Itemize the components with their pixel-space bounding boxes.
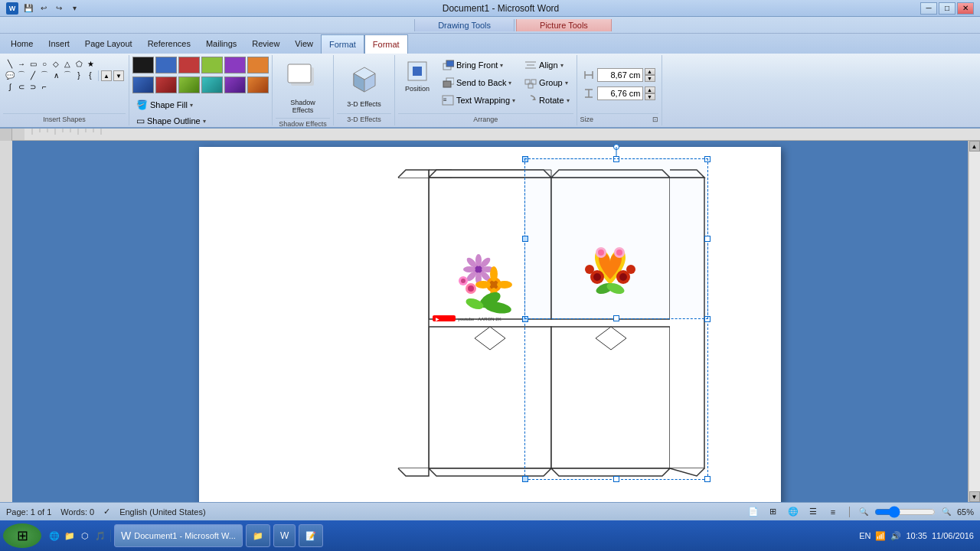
style-black[interactable] xyxy=(132,57,154,73)
outline-btn[interactable]: ☰ xyxy=(806,506,820,518)
tab-home[interactable]: Home xyxy=(3,34,41,54)
shape-diamond[interactable]: ◇ xyxy=(51,58,61,69)
svg-marker-19 xyxy=(532,97,535,100)
file-manager-taskbar-item[interactable]: 📁 xyxy=(246,524,270,547)
tab-page-layout[interactable]: Page Layout xyxy=(77,34,140,54)
style-green2[interactable] xyxy=(178,77,200,93)
shape-misc6[interactable]: } xyxy=(74,70,84,80)
shape-star[interactable]: ★ xyxy=(85,58,96,69)
print-layout-btn[interactable]: 📄 xyxy=(746,506,760,518)
close-btn[interactable]: ✕ xyxy=(957,2,974,15)
save-btn[interactable]: 💾 xyxy=(21,2,35,15)
undo-btn[interactable]: ↩ xyxy=(37,2,51,15)
scroll-down[interactable]: ▼ xyxy=(969,491,980,502)
style-orange[interactable] xyxy=(247,57,269,73)
tab-mailings[interactable]: Mailings xyxy=(198,34,244,54)
folder-icon[interactable]: 📁 xyxy=(63,530,77,542)
shape-rect[interactable]: ▭ xyxy=(28,58,38,69)
shape-outline-btn[interactable]: ▭ Shape Outline ▾ xyxy=(132,113,269,129)
handle-top-right[interactable] xyxy=(704,156,710,162)
minimize-btn[interactable]: ─ xyxy=(920,2,937,15)
shape-fill-btn[interactable]: 🪣 Shape Fill ▾ xyxy=(132,97,269,112)
size-expand[interactable]: ⊡ xyxy=(652,116,658,123)
style-green[interactable] xyxy=(201,57,223,73)
shadow-effects-btn[interactable]: Shadow Effects xyxy=(280,57,326,116)
handle-rotate[interactable] xyxy=(613,144,619,150)
web-layout-btn[interactable]: 🌐 xyxy=(786,506,800,518)
tab-format-drawing[interactable]: Format xyxy=(321,34,364,54)
zoom-slider[interactable] xyxy=(874,509,936,515)
svg-point-72 xyxy=(619,273,627,281)
width-spin-up[interactable]: ▲ xyxy=(645,68,655,75)
media-icon[interactable]: 🎵 xyxy=(93,530,107,542)
notepad-taskbar-item[interactable]: 📝 xyxy=(299,524,323,547)
style-blue[interactable] xyxy=(155,57,177,73)
tab-insert[interactable]: Insert xyxy=(41,34,77,54)
redo-btn[interactable]: ↪ xyxy=(52,2,66,15)
shape-callout[interactable]: 💬 xyxy=(5,70,15,80)
height-spin-up[interactable]: ▲ xyxy=(645,86,655,93)
shape-pentagon[interactable]: ⬠ xyxy=(74,58,84,69)
svg-point-63 xyxy=(468,285,474,292)
handle-top[interactable] xyxy=(613,156,619,162)
word-taskbar-item[interactable]: W Document1 - Microsoft W... xyxy=(114,524,243,547)
tab-format-picture[interactable]: Format xyxy=(364,34,408,54)
tab-references[interactable]: References xyxy=(140,34,198,54)
word-document[interactable]: ▶ youtube - AARON 2K xyxy=(199,147,781,502)
bluetooth-icon[interactable]: ⬡ xyxy=(78,530,92,542)
style-red2[interactable] xyxy=(155,77,177,93)
taskbar: ⊞ 🌐 📁 ⬡ 🎵 W Document1 - Microsoft W... 📁… xyxy=(0,520,980,551)
shape-triangle[interactable]: △ xyxy=(62,58,73,69)
spell-check-icon[interactable]: ✓ xyxy=(103,507,110,517)
shape-arrow[interactable]: → xyxy=(16,58,27,69)
tab-review[interactable]: Review xyxy=(244,34,287,54)
style-purple2[interactable] xyxy=(224,77,246,93)
shape-line[interactable]: ╲ xyxy=(5,58,15,69)
width-spin-down[interactable]: ▼ xyxy=(645,75,655,82)
shape-misc3[interactable]: ⌒ xyxy=(39,70,50,80)
shape-misc7[interactable]: { xyxy=(85,70,96,80)
style-red[interactable] xyxy=(178,57,200,73)
svg-point-58 xyxy=(490,266,498,282)
shape-oval[interactable]: ○ xyxy=(39,58,50,69)
shape-more-up[interactable]: ▲ xyxy=(101,70,112,81)
shape-misc8[interactable]: ∫ xyxy=(5,81,15,92)
scrollbar-right[interactable]: ▲ ▼ xyxy=(968,141,980,502)
zoom-in-icon[interactable]: 🔍 xyxy=(942,507,951,516)
style-orange2[interactable] xyxy=(247,77,269,93)
bring-front-btn[interactable]: Bring Front ▾ xyxy=(438,57,519,73)
draft-btn[interactable]: ≡ xyxy=(826,506,840,518)
style-blue2[interactable] xyxy=(132,77,154,93)
align-btn[interactable]: Align ▾ xyxy=(521,57,573,73)
shape-more-down[interactable]: ▼ xyxy=(113,70,124,81)
full-screen-btn[interactable]: ⊞ xyxy=(766,506,780,518)
rotate-btn[interactable]: Rotate ▾ xyxy=(521,92,573,109)
send-to-back-btn[interactable]: Send to Back ▾ xyxy=(438,74,519,91)
handle-top-left[interactable] xyxy=(522,156,528,162)
quick-access-toolbar: 💾 ↩ ↪ ▾ xyxy=(21,2,81,15)
zoom-out-icon[interactable]: 🔍 xyxy=(859,507,868,516)
word2-taskbar-item[interactable]: W xyxy=(273,524,296,547)
shape-misc5[interactable]: ⌒ xyxy=(62,70,73,80)
shape-misc1[interactable]: ⌒ xyxy=(16,70,27,80)
height-input[interactable] xyxy=(597,86,643,100)
shape-misc9[interactable]: ⊂ xyxy=(16,81,27,92)
threed-effects-btn[interactable]: 3-D Effects xyxy=(341,58,387,110)
start-button[interactable]: ⊞ xyxy=(3,523,41,548)
maximize-btn[interactable]: □ xyxy=(939,2,956,15)
style-teal[interactable] xyxy=(201,77,223,93)
tab-view[interactable]: View xyxy=(287,34,321,54)
shape-misc2[interactable]: ╱ xyxy=(28,70,38,80)
group-btn[interactable]: Group ▾ xyxy=(521,74,573,91)
width-input[interactable] xyxy=(597,68,643,82)
text-wrapping-btn[interactable]: ≡ Text Wrapping ▾ xyxy=(438,92,519,109)
ie-icon[interactable]: 🌐 xyxy=(47,530,61,542)
shape-misc4[interactable]: ∧ xyxy=(51,70,61,80)
shape-misc10[interactable]: ⊃ xyxy=(28,81,38,92)
style-purple[interactable] xyxy=(224,57,246,73)
height-spin-down[interactable]: ▼ xyxy=(645,93,655,100)
customize-btn[interactable]: ▾ xyxy=(67,2,81,15)
position-btn[interactable]: Position xyxy=(398,57,436,95)
scroll-up[interactable]: ▲ xyxy=(969,141,980,152)
shape-misc11[interactable]: ⌐ xyxy=(39,81,50,92)
